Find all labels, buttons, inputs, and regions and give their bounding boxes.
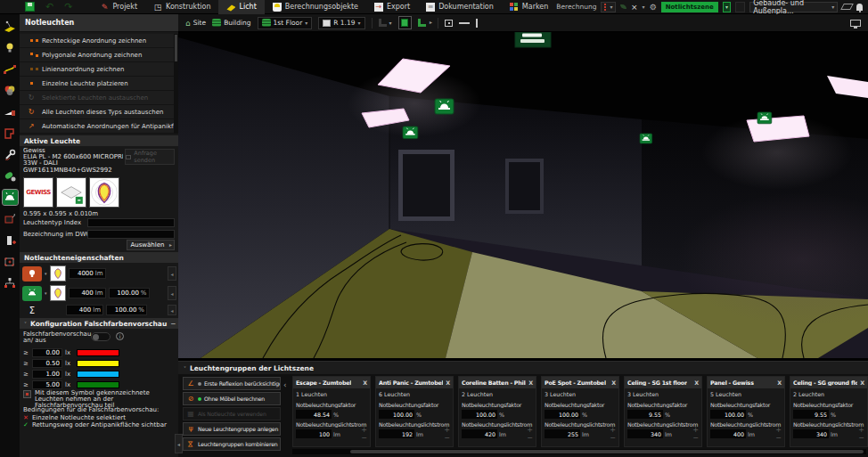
flux-input[interactable]: 255 [545,429,580,438]
flux-stepper[interactable]: +− [610,428,616,441]
close-icon[interactable]: X [360,379,367,386]
emergency-percent-input[interactable]: 100.00% [109,288,150,298]
select-luminaire-button[interactable]: Auswählen▾ [127,240,175,250]
card-header[interactable]: Panel - Gewiss X [708,377,784,388]
close-icon[interactable]: X [609,379,616,386]
menu-tab[interactable]: Projekt [92,0,145,14]
mains-light-caret[interactable]: ▾ [45,271,47,276]
hierarchy-icon[interactable] [3,275,18,290]
luminaire-photo-thumbnail[interactable] [56,177,86,208]
calculation-options-caret[interactable]: ▾ [643,4,645,10]
cable-icon[interactable] [3,61,18,77]
tool-list-item[interactable]: Alle Leuchten dieses Typs austauschen [20,105,178,119]
threshold-color-swatch[interactable] [77,371,119,378]
flux-input[interactable]: 192 [379,429,414,438]
menu-tab[interactable]: Dokumentation [418,0,502,14]
redo-icon[interactable]: ↷ [64,3,72,12]
threshold-color-swatch[interactable] [77,360,119,367]
plus-icon[interactable]: + [858,428,864,433]
horizontal-measure-icon[interactable] [459,22,470,24]
group-action-button[interactable]: Als Notleuchte verwenden [183,407,281,420]
emergency-flux-input[interactable]: 400lm [69,288,106,298]
factor-input[interactable]: 100.00 [379,410,414,419]
plan-dropdown[interactable]: Gebäude- und Außenpla...▾ [749,2,838,12]
info-icon[interactable]: i [116,332,124,340]
lamp-tool-icon[interactable] [3,19,18,34]
group-action-button[interactable]: Neue Leuchtengruppe anlegen [183,422,281,436]
leaf-mouse-icon[interactable] [3,168,18,184]
column-add-icon[interactable] [3,233,18,248]
undo-icon[interactable]: ↶ [45,3,53,12]
minus-icon[interactable]: − [444,436,450,441]
close-icon[interactable]: X [692,379,699,386]
flux-input[interactable]: 340 [793,429,829,438]
cards-scrollbar[interactable] [292,449,866,454]
sum-row-expand-button[interactable]: ◂ [168,305,176,315]
tool-list-item[interactable]: Linienanordnung zeichnen [20,62,178,77]
notifications-bell-icon[interactable] [856,4,863,11]
light-scene-caret[interactable]: ▾ [723,2,731,12]
close-icon[interactable]: X [774,379,782,386]
flux-stepper[interactable]: +− [775,428,782,441]
close-icon[interactable]: X [443,379,450,386]
light-scene-button[interactable]: Notlichtszene [661,2,718,12]
plus-icon[interactable]: + [775,428,782,433]
factor-input[interactable]: 9.55 [627,410,663,419]
card-header[interactable]: Coreline Batten - Philips X [459,377,536,388]
flux-input[interactable]: 340 [627,429,663,438]
room-select[interactable]: R 1.19▾ [318,17,364,29]
plus-icon[interactable]: + [444,428,450,433]
scene-extra-button[interactable] [735,2,745,12]
threshold-value-input[interactable]: 0.00 [32,348,62,357]
story-view-button[interactable]: ▾ [379,19,392,27]
threshold-value-input[interactable]: 0.50 [32,359,62,368]
floor-select[interactable]: 1st Floor▾ [258,17,313,29]
plus-icon[interactable]: + [610,428,616,433]
light-groups-header[interactable]: ˅ Leuchtengruppen der Lichtszene [178,362,868,374]
monitor-icon[interactable] [850,20,861,27]
falsecolor-header[interactable]: ˅ Konfiguration Falschfarbenvorschau − [20,318,178,329]
flux-stepper[interactable]: +− [527,428,533,441]
emergency-luminaire-tool-icon[interactable] [3,190,18,205]
focus-icon[interactable] [445,20,453,27]
cards-scroll-left-icon[interactable]: ‹ [283,380,287,389]
vertical-measure-icon[interactable] [476,19,478,28]
flux-input[interactable]: 100 [296,429,332,438]
mains-flux-input[interactable]: 4000lm [69,268,106,279]
threshold-color-swatch[interactable] [77,349,119,356]
flux-stepper[interactable]: +− [858,428,864,441]
threshold-value-input[interactable]: 1.00 [32,370,62,379]
save-icon[interactable] [25,2,35,12]
request-button[interactable]: Anfrage senden [125,149,175,165]
tool-list-item[interactable]: Automatische Anordnungen für Antipanikfl… [20,119,178,134]
flux-stepper[interactable]: +− [692,428,699,441]
card-header[interactable]: Celing - SG 1st floor X [625,377,701,388]
exit-sign[interactable] [515,32,551,47]
photometric-curve-thumbnail[interactable] [89,177,119,208]
factor-input[interactable]: 48.54 [296,410,332,419]
bulb-icon[interactable] [3,40,18,55]
minus-icon[interactable]: − [527,436,533,441]
type-index-input[interactable] [87,218,175,227]
minus-icon[interactable]: − [692,436,699,441]
minus-icon[interactable]: − [775,436,782,441]
junction-box-icon[interactable] [3,211,18,226]
close-icon[interactable]: X [526,379,533,386]
factor-input[interactable]: 100.00 [545,410,580,419]
flux-input[interactable]: 420 [462,429,497,438]
group-action-button[interactable]: Erste Reflexion berücksichtigen [183,377,281,390]
emergency-light-icon[interactable] [22,286,42,301]
calculation-mode-dropdown[interactable]: ▾ [601,2,616,12]
calculation-area-add-icon[interactable] [3,254,18,269]
emergency-luminaire-badge[interactable] [435,99,454,114]
menu-tab[interactable]: Licht [218,0,264,14]
building-button[interactable]: Building [212,19,250,27]
settings-gear-icon[interactable]: ⚙ [650,3,657,12]
floor-plan-view-button[interactable]: ▾ [418,19,431,27]
emergency-luminaire-badge[interactable] [757,112,772,124]
threshold-color-swatch[interactable] [77,381,119,388]
projector-icon[interactable] [3,104,18,119]
card-header[interactable]: PoE Spot - Zumtobel X [542,377,618,388]
threshold-value-input[interactable]: 5.00 [32,380,62,389]
panel-collapse-handle[interactable]: ◂ [175,434,183,453]
